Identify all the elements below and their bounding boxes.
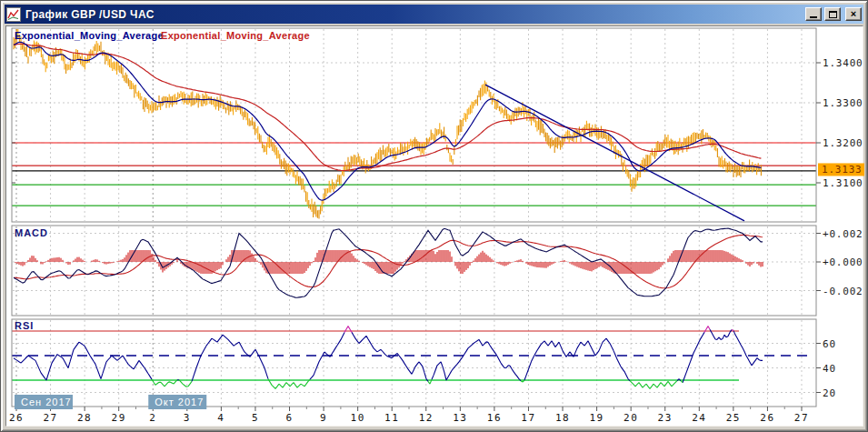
rsi-axis-label: 60	[823, 338, 836, 350]
macd-panel-label: MACD	[15, 227, 48, 238]
macd-axis-label: +0.000	[823, 256, 863, 268]
price-axis-label: 1.3300	[823, 97, 863, 109]
rsi-panel-label: RSI	[15, 320, 34, 331]
macd-axis-label: -0.002	[823, 286, 863, 297]
date-label: 6	[285, 412, 293, 424]
date-label: 19	[589, 412, 604, 424]
date-label: 3	[184, 412, 191, 424]
date-label: 27	[794, 412, 809, 424]
price-axis-label: 1.3100	[823, 177, 863, 189]
date-label: 5	[252, 412, 259, 424]
date-label: 27	[43, 412, 57, 424]
month-badge-label: Сен 2017	[21, 397, 72, 407]
price-axis-label: 1.3200	[823, 137, 863, 149]
date-label: 25	[726, 412, 741, 424]
date-label: 26	[760, 412, 774, 424]
date-label: 28	[77, 412, 92, 424]
date-label: 13	[453, 412, 467, 424]
date-label: 17	[521, 412, 535, 424]
date-label: 26	[9, 412, 24, 424]
date-label: 11	[384, 412, 399, 424]
date-label: 2	[149, 412, 156, 424]
rsi-axis-label: 40	[823, 363, 836, 375]
price-axis-label: 1.3400	[823, 57, 863, 69]
date-label: 24	[692, 412, 706, 424]
ema-legend-1: Exponential_Moving_Average	[15, 30, 164, 41]
rsi-panel-surface[interactable]	[12, 319, 816, 407]
date-label: 16	[487, 412, 502, 424]
date-label: 12	[419, 412, 434, 424]
price-panel-surface[interactable]	[12, 28, 816, 222]
date-label: 23	[658, 412, 673, 424]
rsi-axis-label: 20	[823, 387, 836, 399]
date-label: 18	[555, 412, 570, 424]
date-label: 9	[320, 412, 327, 424]
date-label: 29	[112, 412, 126, 424]
chart-canvas[interactable]: 1.34001.33001.32001.31001.3133+0.002+0.0…	[1, 1, 868, 432]
date-label: 10	[351, 412, 365, 424]
app-window: График GBP /USD ЧАС × 1.34001.33001.3200…	[0, 0, 868, 432]
macd-panel-surface[interactable]	[12, 226, 816, 316]
date-label: 4	[217, 412, 224, 424]
ema-legend-2: Exponential_Moving_Average	[161, 30, 310, 41]
date-label: 20	[624, 412, 638, 424]
current-price-label: 1.3133	[822, 164, 863, 176]
month-badge-label: Окт 2017	[155, 397, 204, 407]
macd-axis-label: +0.002	[823, 228, 863, 240]
